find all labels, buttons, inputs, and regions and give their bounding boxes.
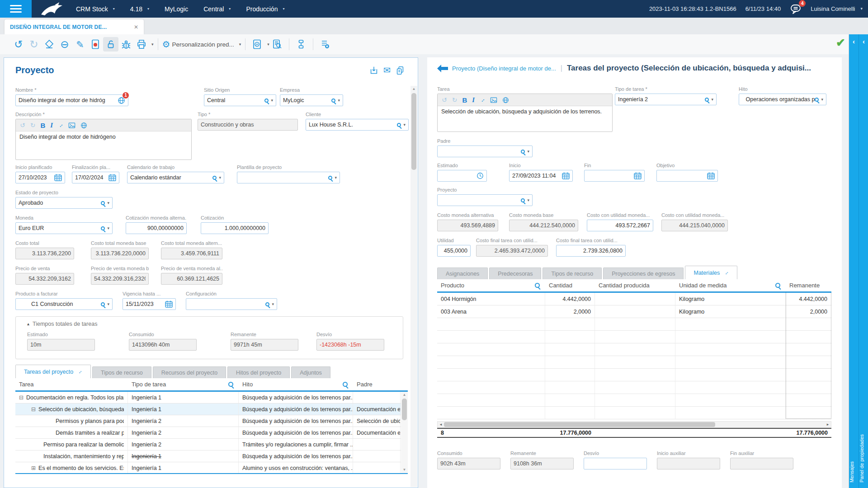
undo-icon[interactable] (20, 122, 25, 128)
hito-input[interactable]: Operaciones organizadas p (739, 94, 826, 105)
chevron-down-icon[interactable] (272, 302, 274, 306)
inicio-planificado-input[interactable]: 27/10/2023 (15, 172, 65, 183)
inicio-input[interactable]: 27/09/2023 11:04 (509, 170, 573, 182)
estimado-input[interactable] (437, 170, 487, 182)
search-icon[interactable] (775, 283, 780, 288)
audit-log-button[interactable] (269, 37, 285, 52)
export-download-button[interactable] (369, 66, 379, 75)
calendar-icon[interactable] (108, 174, 116, 181)
user-menu[interactable]: Luisina Cominelli (811, 5, 863, 12)
column-header[interactable]: Producto (437, 279, 545, 291)
expand-icon[interactable] (57, 122, 65, 129)
tab-tareas-del-proyecto[interactable]: Tareas del proyecto (15, 365, 91, 378)
column-header[interactable]: Cantidad producida (595, 279, 675, 291)
image-icon[interactable] (490, 97, 497, 103)
task-row[interactable]: Instalación, mantenimiento y repuesto de… (15, 450, 408, 462)
task-row[interactable]: Documentación en regla. Todos los planos… (15, 392, 408, 404)
objetivo-input[interactable] (656, 170, 718, 182)
calendar-icon[interactable] (562, 172, 570, 179)
tarea-editor[interactable]: Selección de ubicación, búsqueda y adqui… (437, 94, 613, 132)
eraser-button[interactable] (42, 37, 57, 52)
tiempos-collapse-header[interactable]: Tiempos totales de tareas (27, 321, 403, 327)
messages-button[interactable]: 4 (790, 3, 802, 15)
search-icon[interactable] (228, 382, 233, 387)
column-header[interactable]: Unidad de medida (675, 279, 786, 291)
calendar-icon[interactable] (707, 172, 715, 179)
undo-button[interactable] (11, 37, 26, 52)
tab-tipos-de-recurso[interactable]: Tipos de recurso (92, 366, 151, 378)
expand-icon[interactable] (723, 269, 730, 277)
print-button[interactable] (134, 37, 154, 52)
tasks-table-scrollbar[interactable] (401, 392, 408, 473)
italic-icon[interactable] (50, 122, 53, 129)
tab-recursos-del-proyecto[interactable]: Recursos del proyecto (153, 366, 226, 378)
configuracion-input[interactable] (186, 298, 277, 310)
tab-predecesoras[interactable]: Predecesoras (489, 267, 541, 279)
messages-side-panel[interactable]: Mensajes (849, 34, 859, 488)
tab-hitos-del-proyecto[interactable]: Hitos del proyecto (227, 366, 290, 378)
descripcion-editor[interactable]: Diseño integral de motor de hidrógeno (15, 119, 192, 160)
moneda-input[interactable]: Euro EUR (15, 222, 113, 234)
expand-icon[interactable] (76, 368, 84, 375)
padre-input[interactable] (437, 145, 533, 157)
clock-icon[interactable] (476, 172, 484, 179)
chevron-down-icon[interactable] (107, 302, 109, 306)
empresa-input[interactable]: MyLogic (280, 94, 343, 106)
search-icon[interactable] (101, 201, 105, 205)
send-email-button[interactable] (383, 66, 391, 75)
vigencia-input[interactable]: 15/11/2023 (123, 298, 176, 310)
search-icon[interactable] (521, 150, 525, 154)
chevron-down-icon[interactable] (527, 150, 529, 154)
topbar-menu-item[interactable]: Producción (246, 5, 284, 13)
material-row[interactable] (437, 343, 831, 356)
topbar-menu-item[interactable]: Central (203, 5, 231, 13)
cotizacion-alterna-input[interactable]: 900,00000000 (126, 222, 187, 234)
task-row[interactable]: Permiso para realizar la demolición parc… (15, 439, 408, 450)
search-icon[interactable] (705, 98, 709, 102)
bold-icon[interactable] (40, 122, 45, 129)
personalization-button[interactable]: Personalización pred... (162, 40, 241, 49)
fin-input[interactable] (584, 170, 645, 182)
calendar-icon[interactable] (54, 174, 62, 181)
cliente-input[interactable]: Lux House S.R.L. (306, 119, 409, 131)
preview-button[interactable] (250, 37, 269, 52)
globe-icon[interactable] (502, 97, 509, 103)
estado-input[interactable]: Aprobado (15, 197, 113, 209)
italic-icon[interactable] (472, 97, 475, 103)
undo-icon[interactable] (442, 97, 447, 103)
search-icon[interactable] (101, 226, 105, 230)
debug-bug-button[interactable] (118, 37, 134, 52)
tipo-tarea-input[interactable]: Ingeniería 2 (615, 94, 717, 105)
search-icon[interactable] (815, 98, 819, 102)
search-icon[interactable] (535, 283, 540, 288)
bold-icon[interactable] (462, 97, 467, 103)
search-icon[interactable] (265, 302, 269, 306)
chevron-down-icon[interactable] (107, 201, 109, 205)
search-icon[interactable] (397, 123, 401, 127)
material-row[interactable] (437, 394, 831, 407)
search-icon[interactable] (212, 176, 217, 180)
chevron-down-icon[interactable] (403, 123, 406, 127)
task-row[interactable]: Es el momento de los servicios. Es decir… (15, 462, 408, 474)
chevron-down-icon[interactable] (271, 99, 273, 103)
topbar-menu-item[interactable]: 4.18 (130, 5, 149, 13)
hamburger-menu-button[interactable] (0, 0, 32, 18)
descripcion-text[interactable]: Diseño integral de motor de hidrógeno (16, 131, 191, 160)
column-header[interactable]: Tarea (15, 378, 128, 390)
close-tab-icon[interactable] (134, 24, 138, 30)
search-icon[interactable] (331, 99, 335, 103)
material-row[interactable] (437, 331, 831, 343)
tab-adjuntos[interactable]: Adjuntos (291, 366, 330, 378)
tab-materiales[interactable]: Materiales (685, 266, 737, 279)
chevron-down-icon[interactable] (338, 99, 340, 103)
tab-asignaciones[interactable]: Asignaciones (437, 267, 488, 279)
collapse-node-icon[interactable] (31, 406, 36, 413)
design-edit-button[interactable] (72, 37, 88, 52)
finalizacion-input[interactable]: 17/02/2024 (72, 172, 119, 183)
search-icon[interactable] (521, 198, 525, 202)
sitio-origen-input[interactable]: Central (204, 94, 276, 106)
panel-scrollbar[interactable] (410, 86, 417, 487)
redo-button[interactable] (26, 37, 42, 52)
topbar-menu-item[interactable]: MyLogic (165, 5, 188, 13)
nombre-input[interactable]: Diseño integral de motor de hidróg 1 (15, 94, 128, 106)
